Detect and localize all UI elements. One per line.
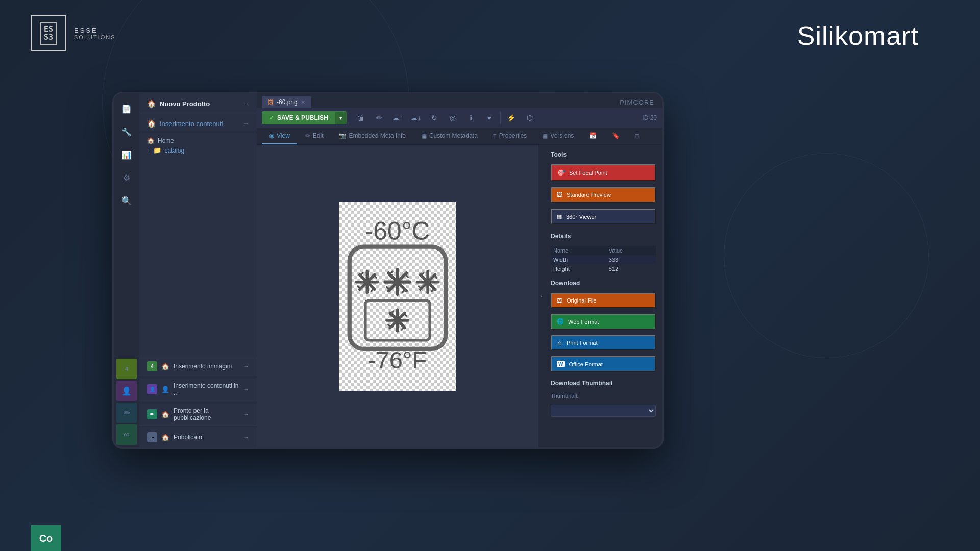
more-button[interactable]: ▾ [482,111,497,125]
set-focal-point-button[interactable]: 🎯 Set Focal Point [551,164,656,181]
set-focal-point-label: Set Focal Point [569,170,607,176]
height-label: Height [551,264,606,273]
upload-button[interactable]: ☁↑ [390,111,405,125]
target-button[interactable]: ◎ [445,111,460,125]
nav-item-pubblicato[interactable]: ∞ 🏠 Pubblicato → [139,427,257,447]
co-badge: Co [31,525,61,551]
sidebar-tool-icon[interactable]: 🔧 [116,121,137,142]
props-icon: ≡ [493,132,497,139]
original-file-button[interactable]: 🖼 Original File [551,293,656,308]
tab-list[interactable]: ≡ [628,128,646,144]
original-label: Original File [567,297,597,304]
save-publish-main[interactable]: ✓ SAVE & PUBLISH [262,111,335,124]
svg-line-24 [419,286,422,289]
nav-icon-1: 🏠 [161,363,169,370]
nav-icon-3: 🏠 [161,411,169,418]
badge-purple: 👤 [147,384,157,394]
edit-icon: ✏ [305,132,310,139]
tab-png[interactable]: 🖼 -60.png ✕ [262,96,311,108]
tab-versions[interactable]: ▦ Versions [535,128,581,144]
svg-line-7 [372,288,375,291]
nav-item-contenuti-in[interactable]: 👤 👤 Inserimento contenuti in ... → [139,377,257,402]
tools-title: Tools [551,151,656,158]
tab-close-btn[interactable]: ✕ [301,99,305,106]
standard-preview-button[interactable]: 🖼 Standard Preview [551,187,656,203]
breadcrumb-indent: + [147,147,150,154]
svg-line-9 [374,274,377,278]
logo-area: ES S3 ESSE SOLUTIONS [31,15,116,51]
brand-title: Silikomart [797,20,919,51]
sidebar-file-icon[interactable]: 📄 [116,98,137,119]
download-thumbnail-title: Download Thumbnail [551,380,656,387]
nav-icon-4: 🏠 [161,434,169,441]
tab-properties[interactable]: ≡ Properties [486,128,534,144]
thumbnail-select[interactable] [551,405,656,417]
tab-edit[interactable]: ✏ Edit [298,128,331,144]
content-split: -60°C [257,145,662,447]
nav-sub-header[interactable]: 🏠 Inserimento contenuti → [139,114,257,133]
viewer-360-button[interactable]: ▦ 360° Viewer [551,209,656,224]
print-format-button[interactable]: 🖨 Print Format [551,335,656,350]
breadcrumb-folder: + 📁 catalog [147,146,249,154]
sidebar-edit-icon[interactable]: ✏ [116,403,137,423]
office-format-button[interactable]: W Office Format [551,356,656,372]
info-button[interactable]: ℹ [463,111,479,125]
nav-header[interactable]: 🏠 Nuovo Prodotto → [139,93,257,114]
right-panel: Tools 🎯 Set Focal Point 🖼 Standard Previ… [545,145,662,447]
logo-box: ES S3 [31,15,66,51]
nav-items-bottom: 4 🏠 Inserimento immagini → 👤 👤 Inserimen… [139,356,257,447]
svg-line-34 [404,313,407,316]
download-title: Download [551,280,656,287]
tab-custom-metadata[interactable]: ▦ Custom Metadata [414,128,485,144]
nav-sub-arrow: → [243,120,249,127]
save-publish-dropdown[interactable]: ▾ [335,112,347,124]
web-format-button[interactable]: 🌐 Web Format [551,314,656,330]
svg-line-33 [388,324,391,328]
props-label: Properties [499,132,527,139]
refresh-button[interactable]: ↻ [427,111,442,125]
sidebar-user-icon[interactable]: 👤 [116,381,137,401]
svg-line-8 [358,286,361,289]
breadcrumb-home-label: Home [158,137,174,144]
badge-4: 4 [147,361,157,371]
preview-icon: 🖼 [557,192,562,198]
tab-embedded-meta[interactable]: 📷 Embedded Meta Info [331,128,412,144]
svg-line-32 [402,327,405,330]
svg-text:-60°C: -60°C [365,216,430,245]
tab-view[interactable]: ◉ View [262,128,297,144]
nav-item-immagini[interactable]: 4 🏠 Inserimento immagini → [139,356,257,377]
viewer-360-label: 360° Viewer [566,214,596,220]
collapse-handle[interactable]: ‹ [538,145,545,447]
table-row: Height 512 [551,264,656,273]
sidebar-circle-icon[interactable]: ∞ [116,424,137,445]
print-label: Print Format [567,340,598,346]
nav-header-arrow: → [243,100,249,107]
breadcrumb-folder-name: catalog [164,147,184,154]
sidebar-notification-icon[interactable]: 4 [116,359,137,379]
tab-bar: 🖼 -60.png ✕ PIMCORE [257,93,662,108]
sidebar-chart-icon[interactable]: 📊 [116,144,137,165]
svg-line-25 [434,274,437,278]
width-label: Width [551,255,606,264]
download-button[interactable]: ☁↓ [408,111,424,125]
save-publish-button[interactable]: ✓ SAVE & PUBLISH ▾ [262,111,347,124]
nav-arrow-4: → [243,434,249,440]
sidebar-search-icon[interactable]: 🔍 [116,190,137,211]
edit-button[interactable]: ✏ [372,111,387,125]
sidebar-settings-icon[interactable]: ⚙ [116,167,137,188]
save-check-icon: ✓ [269,114,274,121]
toolbar-separator-1 [350,112,350,124]
edit-label: Edit [313,132,324,139]
tab-calendar[interactable]: 📅 [582,128,604,144]
nav-item-pronto[interactable]: ✏ 🏠 Pronto per la pubblicazione → [139,402,257,427]
image-preview: -60°C [339,202,456,391]
toolbar: ✓ SAVE & PUBLISH ▾ 🗑 ✏ ☁↑ ☁↓ ↻ ◎ ℹ ▾ ⚡ ⬡… [257,108,662,128]
delete-button[interactable]: 🗑 [353,111,369,125]
share-button[interactable]: ⬡ [522,111,537,125]
nav-sub-icon: 🏠 [147,119,156,128]
flash-button[interactable]: ⚡ [504,111,519,125]
svg-line-6 [360,272,363,276]
tab-bookmark[interactable]: 🔖 [605,128,627,144]
details-title: Details [551,233,656,240]
home-icon: 🏠 [147,137,155,144]
